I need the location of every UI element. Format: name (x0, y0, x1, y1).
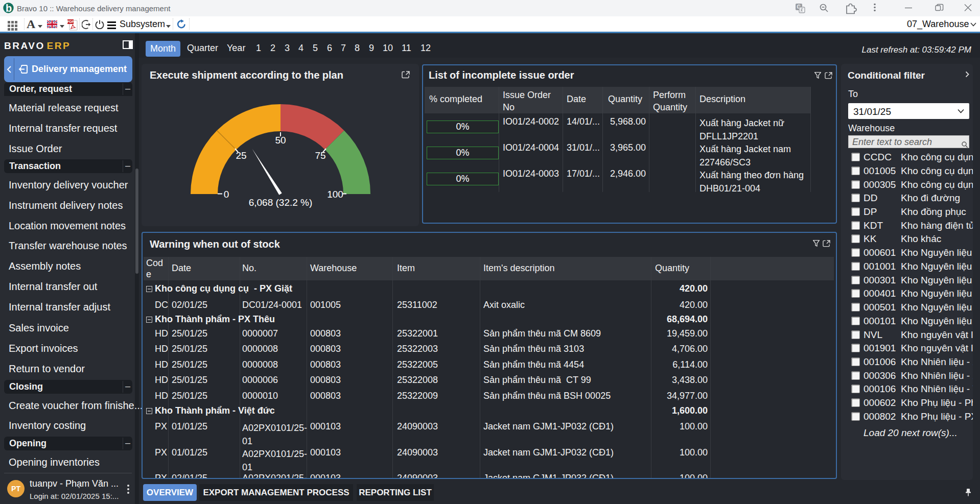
svg-text:50: 50 (275, 135, 286, 146)
svg-text:75: 75 (315, 150, 325, 161)
svg-text:6,068 (32.2 %): 6,068 (32.2 %) (249, 197, 313, 208)
svg-text:0: 0 (224, 189, 229, 200)
svg-text:PDF: PDF (67, 20, 74, 23)
svg-text:25: 25 (236, 150, 246, 161)
svg-text:b: b (6, 3, 12, 13)
svg-text:100: 100 (327, 189, 343, 200)
